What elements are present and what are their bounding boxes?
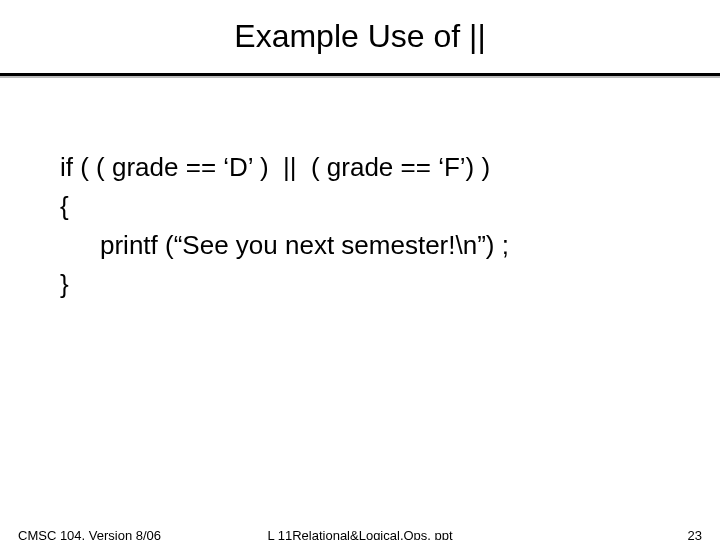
footer-center: L 11Relational&Logical.Ops. ppt — [267, 528, 452, 540]
footer-left: CMSC 104, Version 8/06 — [18, 528, 161, 540]
code-line-4: } — [60, 265, 700, 304]
code-line-3: printf (“See you next semester!\n”) ; — [60, 226, 700, 265]
slide-container: Example Use of || if ( ( grade == ‘D’ ) … — [0, 0, 720, 540]
slide-title: Example Use of || — [0, 0, 720, 73]
footer-page-number: 23 — [688, 528, 702, 540]
code-line-2: { — [60, 187, 700, 226]
slide-body: if ( ( grade == ‘D’ ) || ( grade == ‘F’)… — [0, 78, 720, 304]
code-line-1: if ( ( grade == ‘D’ ) || ( grade == ‘F’)… — [60, 148, 700, 187]
